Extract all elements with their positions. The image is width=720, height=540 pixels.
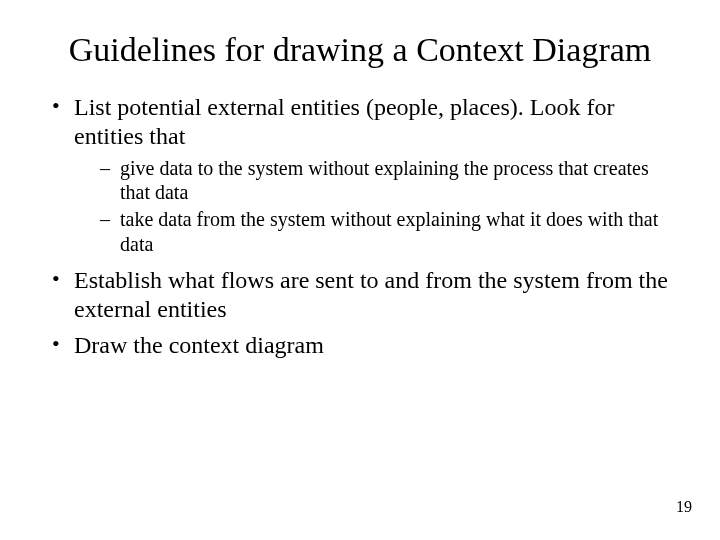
bullet-list: List potential external entities (people… <box>46 93 674 360</box>
sub-bullet-item: give data to the system without explaini… <box>98 156 674 205</box>
sub-bullet-text: take data from the system without explai… <box>120 208 658 254</box>
slide-title: Guidelines for drawing a Context Diagram <box>0 0 720 87</box>
sub-bullet-text: give data to the system without explaini… <box>120 157 649 203</box>
page-number: 19 <box>676 498 692 516</box>
sub-bullet-item: take data from the system without explai… <box>98 207 674 256</box>
slide-body: List potential external entities (people… <box>0 93 720 360</box>
bullet-item: Establish what flows are sent to and fro… <box>46 266 674 325</box>
bullet-item: Draw the context diagram <box>46 331 674 360</box>
bullet-text: Establish what flows are sent to and fro… <box>74 267 668 322</box>
slide: Guidelines for drawing a Context Diagram… <box>0 0 720 540</box>
sub-bullet-list: give data to the system without explaini… <box>74 156 674 257</box>
bullet-text: Draw the context diagram <box>74 332 324 358</box>
bullet-text: List potential external entities (people… <box>74 94 614 149</box>
bullet-item: List potential external entities (people… <box>46 93 674 256</box>
